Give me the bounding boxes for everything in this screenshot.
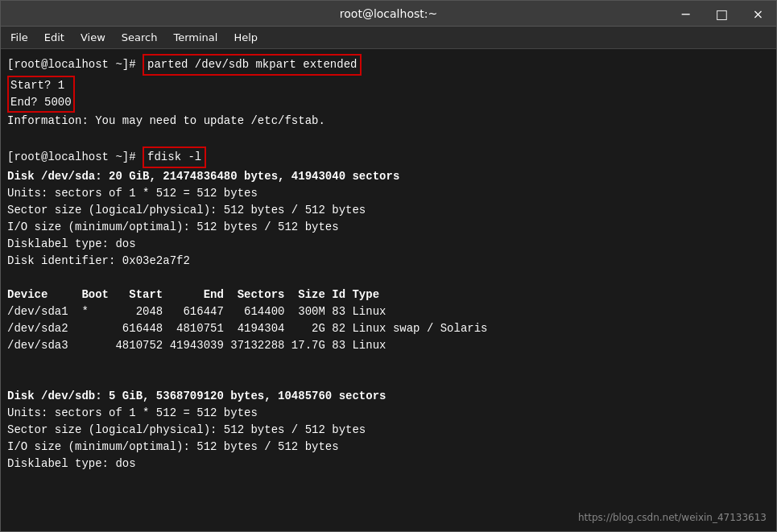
menu-file[interactable]: File [4,30,35,45]
terminal-line-sda1: /dev/sda1 * 2048 616447 614400 300M 83 L… [7,303,770,320]
terminal-line-sdb-disk: Disk /dev/sdb: 5 GiB, 5368709120 bytes, … [7,388,770,405]
menu-view[interactable]: View [74,30,112,45]
terminal-line-sector-sda: Sector size (logical/physical): 512 byte… [7,202,770,219]
menu-help[interactable]: Help [227,30,264,45]
terminal-blank-1 [7,130,770,146]
terminal-line-io-sda: I/O size (minimum/optimal): 512 bytes / … [7,219,770,236]
terminal-line-sda-disk: Disk /dev/sda: 20 GiB, 21474836480 bytes… [7,168,770,185]
terminal-line-info: Information: You may need to update /etc… [7,113,770,130]
terminal-line-disklabel-sdb: Disklabel type: dos [7,456,770,472]
terminal-line-sector-sdb: Sector size (logical/physical): 512 byte… [7,422,770,439]
terminal-line-io-sdb: I/O size (minimum/optimal): 512 bytes / … [7,439,770,456]
menu-edit[interactable]: Edit [38,30,71,45]
terminal-line-fdisk: [root@localhost ~]# fdisk -l [7,146,770,168]
window-controls: − □ × [667,1,776,27]
terminal-blank-3 [7,354,770,371]
terminal-line-sda3: /dev/sda3 4810752 41943039 37132288 17.7… [7,337,770,354]
menu-terminal[interactable]: Terminal [167,30,224,45]
menu-search[interactable]: Search [115,30,164,45]
maximize-button[interactable]: □ [704,1,740,27]
window-title: root@localhost:~ [340,7,437,20]
watermark: https://blog.csdn.net/weixin_47133613 [578,510,767,525]
terminal-line-1: [root@localhost ~]# parted /dev/sdb mkpa… [7,54,770,76]
cmd-fdisk: fdisk -l [143,146,206,168]
terminal-line-table-header: Device Boot Start End Sectors Size Id Ty… [7,287,770,303]
cmd-parted: parted /dev/sdb mkpart extended [143,54,362,76]
terminal-blank-2 [7,270,770,287]
start-end-box: Start? 1 End? 5000 [7,76,75,113]
prompt-1: [root@localhost ~]# [7,58,143,71]
terminal-line-units-sdb: Units: sectors of 1 * 512 = 512 bytes [7,405,770,422]
prompt-2: [root@localhost ~]# [7,151,143,163]
terminal-body[interactable]: [root@localhost ~]# parted /dev/sdb mkpa… [1,49,776,531]
terminal-line-start: Start? 1 [10,77,72,94]
terminal-window: root@localhost:~ − □ × File Edit View Se… [0,0,777,532]
menu-bar: File Edit View Search Terminal Help [1,27,776,49]
terminal-line-end: End? 5000 [10,94,72,111]
close-button[interactable]: × [740,1,776,27]
terminal-line-disklabel-sda: Disklabel type: dos [7,236,770,253]
terminal-line-diskid-sda: Disk identifier: 0x03e2a7f2 [7,253,770,270]
minimize-button[interactable]: − [667,1,704,27]
terminal-line-sda2: /dev/sda2 616448 4810751 4194304 2G 82 L… [7,320,770,337]
title-bar: root@localhost:~ − □ × [1,1,776,27]
terminal-line-units-sda: Units: sectors of 1 * 512 = 512 bytes [7,185,770,202]
terminal-blank-4 [7,371,770,388]
